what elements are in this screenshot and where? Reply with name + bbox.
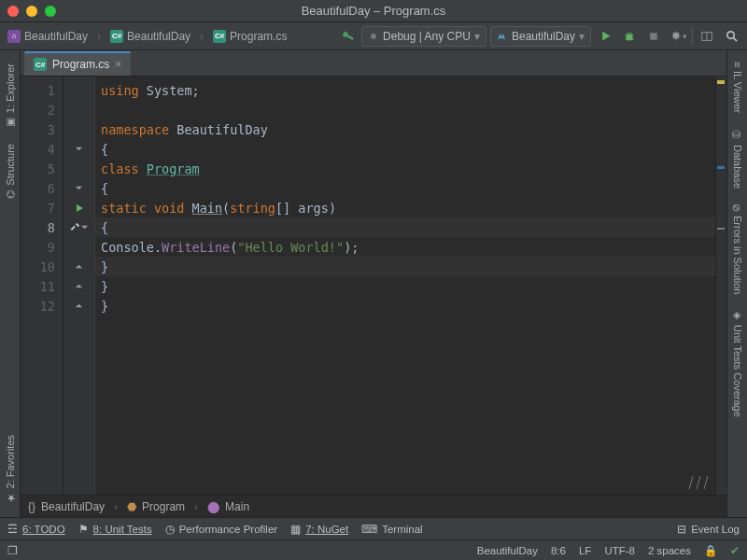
tool-errors[interactable]: ⊘ Errors in Solution — [729, 198, 745, 300]
tab-label: Program.cs — [52, 58, 109, 71]
close-window-icon[interactable] — [7, 6, 19, 17]
run-config-selector[interactable]: Debug | Any CPU ▾ — [361, 26, 486, 47]
code-line[interactable]: } — [95, 296, 715, 315]
code-line[interactable]: class Program — [95, 159, 715, 178]
gutter-icon-slot — [63, 276, 94, 296]
search-everywhere-button[interactable] — [721, 26, 741, 47]
tool-il-viewer[interactable]: ≡ IL Viewer — [730, 56, 745, 119]
breadcrumb-file[interactable]: C# Program.cs — [211, 30, 289, 43]
status-encoding[interactable]: UTF-8 — [604, 545, 635, 556]
method-icon: ⬤ — [207, 500, 219, 513]
code-line[interactable]: { — [95, 139, 715, 159]
tool-database[interactable]: ⛁ Database — [729, 123, 745, 194]
split-editor-button[interactable] — [697, 26, 717, 47]
structure-icon: ⌬ — [4, 189, 16, 199]
line-number[interactable]: 10 — [21, 257, 63, 276]
build-button[interactable] — [337, 26, 358, 47]
line-number[interactable]: 7 — [21, 198, 63, 217]
code-breadcrumbs: {} BeautifulDay › ⬣ Program › ⬤ Main — [21, 495, 726, 517]
inspection-widget-icon[interactable] — [685, 474, 712, 491]
tool-unit-tests[interactable]: ⚑8: Unit Tests — [78, 523, 152, 536]
event-log[interactable]: ⊟Event Log — [677, 523, 740, 536]
tool-nuget[interactable]: ▦7: NuGet — [290, 523, 348, 536]
code-line[interactable]: namespace BeautifulDay — [95, 119, 715, 139]
status-position[interactable]: 8:6 — [551, 545, 566, 556]
line-number[interactable]: 4 — [21, 139, 63, 159]
windows-icon[interactable]: ❐ — [7, 544, 18, 557]
gutter-icon-slot — [63, 178, 94, 198]
event-log-label: Event Log — [691, 524, 740, 535]
code-line[interactable]: { — [95, 178, 715, 198]
run-target-selector[interactable]: BeautifulDay ▾ — [490, 26, 591, 47]
crumb-class[interactable]: Program — [142, 500, 185, 513]
debug-button[interactable] — [619, 26, 640, 47]
gutter-icon-slot — [63, 198, 94, 217]
line-number[interactable]: 8 — [21, 217, 63, 237]
maximize-window-icon[interactable] — [45, 6, 56, 17]
code-area[interactable]: using System;namespace BeautifulDay{ cla… — [95, 77, 715, 495]
breadcrumb-root[interactable]: ⌂ BeautifulDay — [6, 30, 90, 43]
tool-explorer[interactable]: ▣ 1: Explorer — [2, 56, 18, 136]
tool-favorites[interactable]: ★ 2: Favorites — [2, 427, 18, 511]
fold-close-icon[interactable] — [75, 282, 83, 290]
info-marker[interactable] — [717, 166, 725, 169]
run-target-label: BeautifulDay — [512, 30, 575, 43]
status-project[interactable]: BeautifulDay — [477, 545, 538, 556]
gutter-icon-slot — [63, 119, 94, 139]
line-number[interactable]: 1 — [21, 80, 63, 100]
tool-il-label: IL Viewer — [732, 71, 743, 113]
solution-icon: ⌂ — [7, 30, 21, 43]
crumb-namespace[interactable]: BeautifulDay — [41, 500, 105, 513]
window-controls — [7, 6, 56, 17]
line-number[interactable]: 6 — [21, 178, 63, 198]
run-button[interactable] — [595, 26, 615, 47]
fold-close-icon[interactable] — [75, 262, 83, 271]
breadcrumb-project[interactable]: C# BeautifulDay — [108, 30, 192, 43]
line-number[interactable]: 9 — [21, 237, 63, 257]
code-line[interactable]: } — [95, 276, 715, 296]
left-tool-rail: ▣ 1: Explorer ⌬ Structure ★ 2: Favorites — [0, 50, 21, 517]
edit-gutter-icon[interactable] — [69, 222, 80, 233]
warning-marker[interactable] — [717, 80, 725, 84]
line-number[interactable]: 2 — [21, 100, 63, 119]
fold-close-icon[interactable] — [75, 301, 83, 310]
fold-open-icon[interactable] — [75, 184, 83, 192]
code-line[interactable]: static void Main(string[] args) — [95, 198, 715, 217]
code-line[interactable]: using System; — [95, 80, 715, 100]
csharp-file-icon: C# — [213, 30, 226, 43]
fold-open-icon[interactable] — [80, 223, 89, 231]
error-stripe[interactable] — [715, 77, 726, 495]
svg-line-6 — [733, 37, 737, 41]
close-icon[interactable]: × — [115, 58, 121, 71]
line-number[interactable]: 5 — [21, 159, 63, 178]
code-line[interactable]: Console.WriteLine("Hello World!"); — [95, 237, 715, 257]
line-number[interactable]: 11 — [21, 276, 63, 296]
status-indent[interactable]: 2 spaces — [648, 545, 691, 556]
line-number[interactable]: 3 — [21, 119, 63, 139]
tab-program-cs[interactable]: C# Program.cs × — [24, 51, 131, 76]
code-line[interactable]: } — [95, 257, 715, 276]
crumb-method[interactable]: Main — [225, 500, 249, 513]
lock-icon[interactable]: 🔒 — [704, 544, 717, 557]
gutter-icon-slot — [63, 296, 94, 315]
line-number[interactable]: 12 — [21, 296, 63, 315]
run-gutter-icon[interactable] — [75, 203, 84, 213]
inspection-ok-icon[interactable]: ✔ — [730, 544, 740, 557]
code-line[interactable]: { — [95, 217, 715, 237]
run-with-button[interactable]: ▾ — [668, 26, 688, 47]
bottom-tool-strip: ☲6: TODO ⚑8: Unit Tests ◷Performance Pro… — [0, 517, 747, 539]
editor[interactable]: 123456789101112 using System;namespace B… — [21, 77, 726, 495]
tool-todo[interactable]: ☲6: TODO — [7, 523, 65, 536]
status-line-ending[interactable]: LF — [579, 545, 591, 556]
run-config-label: Debug | Any CPU — [383, 30, 471, 43]
tool-structure[interactable]: ⌬ Structure — [2, 136, 18, 206]
tool-explorer-label: 1: Explorer — [5, 63, 16, 113]
chevron-right-icon: › — [196, 30, 207, 43]
tool-coverage[interactable]: ◈ Unit Tests Coverage — [729, 303, 745, 423]
tool-profiler[interactable]: ◷Performance Profiler — [165, 523, 277, 536]
minimize-window-icon[interactable] — [26, 6, 37, 17]
fold-open-icon[interactable] — [75, 145, 83, 153]
stop-button[interactable] — [643, 26, 664, 47]
code-line[interactable] — [95, 100, 715, 119]
tool-terminal[interactable]: ⌨Terminal — [361, 523, 422, 536]
